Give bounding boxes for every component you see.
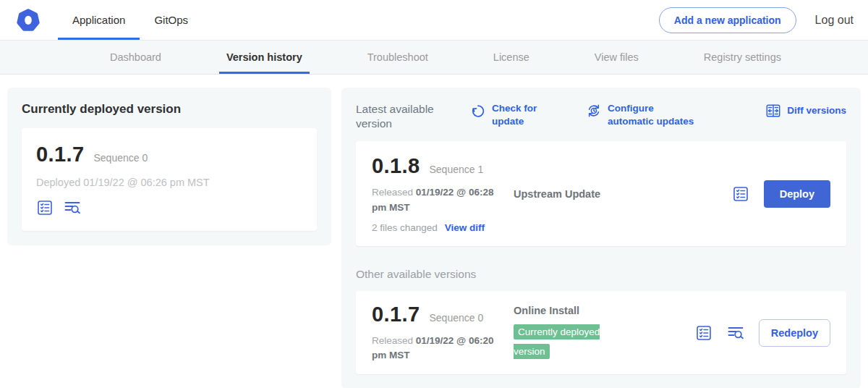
page: Application GitOps Add a new application… xyxy=(0,0,868,388)
check-for-update-label: Check for update xyxy=(492,102,541,127)
deploy-button[interactable]: Deploy xyxy=(764,180,830,208)
diff-versions-label: Diff versions xyxy=(787,104,846,117)
files-changed-row: 2 files changed View diff xyxy=(372,222,514,233)
subnav-item-view-files[interactable]: View files xyxy=(587,41,646,74)
other-version-number: 0.1.7 xyxy=(372,303,420,326)
logout-link[interactable]: Log out xyxy=(815,14,854,27)
view-logs-icon[interactable] xyxy=(727,324,744,342)
subnav-item-registry-settings[interactable]: Registry settings xyxy=(697,41,788,74)
latest-available-title: Latest available version xyxy=(356,102,444,131)
diff-versions-action[interactable]: Diff versions xyxy=(765,102,846,119)
available-versions-panel: Latest available version Check for updat… xyxy=(341,88,861,388)
other-released-date: Released 01/19/22 @ 06:20 pm MST xyxy=(372,334,503,363)
deployed-sequence-label: Sequence 0 xyxy=(94,152,148,164)
other-version-info: 0.1.7 Sequence 0 Released 01/19/22 @ 06:… xyxy=(372,303,514,363)
deployed-date: Deployed 01/19/22 @ 06:26 pm MST xyxy=(36,177,302,188)
deployed-actions xyxy=(36,199,302,216)
refresh-icon xyxy=(470,103,486,119)
currently-deployed-panel: Currently deployed version 0.1.7 Sequenc… xyxy=(7,88,331,245)
nav-spacer xyxy=(203,0,659,40)
released-label: Released xyxy=(372,335,413,346)
deployed-version-card: 0.1.7 Sequence 0 Deployed 01/19/22 @ 06:… xyxy=(22,128,317,231)
currently-deployed-title: Currently deployed version xyxy=(22,102,317,117)
add-new-application-button[interactable]: Add a new application xyxy=(659,7,796,33)
latest-source-label: Upstream Update xyxy=(514,188,665,200)
latest-source-column: Upstream Update xyxy=(514,188,665,200)
badge-wrap: Currently deployed version xyxy=(514,322,622,360)
latest-sequence-label: Sequence 1 xyxy=(430,164,484,175)
nav-tab-gitops[interactable]: GitOps xyxy=(140,0,203,40)
latest-version-info: 0.1.8 Sequence 1 Released 01/19/22 @ 06:… xyxy=(372,154,514,233)
app-logo-icon xyxy=(14,7,42,34)
subnav-item-license[interactable]: License xyxy=(486,41,537,74)
deployed-version-number: 0.1.7 xyxy=(36,143,85,166)
other-source-column: Online Install Currently deployed versio… xyxy=(514,305,665,360)
other-sequence-label: Sequence 0 xyxy=(430,312,484,324)
latest-released-date: Released 01/19/22 @ 06:28 pm MST xyxy=(372,185,503,215)
subnav-item-version-history[interactable]: Version history xyxy=(219,41,310,74)
view-logs-icon[interactable] xyxy=(64,199,81,216)
available-panel-header: Latest available version Check for updat… xyxy=(356,102,846,131)
nav-right: Add a new application Log out xyxy=(659,0,854,40)
other-actions: Redeploy xyxy=(695,319,830,347)
configure-automatic-updates-label: Configure automatic updates xyxy=(608,102,700,127)
other-source-label: Online Install xyxy=(514,305,665,316)
app-subnav: Dashboard Version history Troubleshoot L… xyxy=(0,41,868,75)
check-for-update-action[interactable]: Check for update xyxy=(470,102,541,127)
config-checklist-icon[interactable] xyxy=(695,324,712,342)
content-area: Currently deployed version 0.1.7 Sequenc… xyxy=(0,75,868,388)
other-version-card: 0.1.7 Sequence 0 Released 01/19/22 @ 06:… xyxy=(356,291,846,375)
latest-actions: Deploy xyxy=(732,180,830,208)
subnav-item-troubleshoot[interactable]: Troubleshoot xyxy=(360,41,435,74)
currently-deployed-badge: Currently deployed version xyxy=(514,324,600,358)
version-row: 0.1.7 Sequence 0 xyxy=(36,143,302,166)
latest-version-number: 0.1.8 xyxy=(372,154,420,178)
redeploy-button[interactable]: Redeploy xyxy=(759,319,830,347)
top-navbar: Application GitOps Add a new application… xyxy=(0,0,868,41)
other-available-versions-title: Other available versions xyxy=(356,268,846,281)
auto-update-clock-icon xyxy=(586,103,602,119)
view-diff-link[interactable]: View diff xyxy=(445,222,485,233)
app-logo xyxy=(14,0,42,40)
files-changed-label: 2 files changed xyxy=(372,222,438,233)
config-checklist-icon[interactable] xyxy=(36,199,54,216)
subnav-item-dashboard[interactable]: Dashboard xyxy=(103,41,169,74)
nav-tab-application[interactable]: Application xyxy=(58,0,140,40)
diff-columns-icon xyxy=(765,103,781,119)
configure-automatic-updates-action[interactable]: Configure automatic updates xyxy=(586,102,700,127)
config-checklist-icon[interactable] xyxy=(732,185,749,203)
released-label: Released xyxy=(372,187,413,198)
latest-version-card: 0.1.8 Sequence 1 Released 01/19/22 @ 06:… xyxy=(356,141,846,246)
